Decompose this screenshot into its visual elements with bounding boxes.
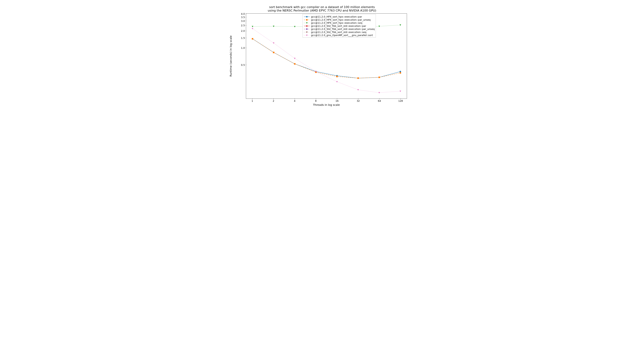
- legend-label: gcc@11.2.0_HPX_sort_hpx::execution::seq: [311, 21, 362, 24]
- series-marker: [252, 28, 253, 29]
- series-marker: [378, 77, 380, 78]
- svg-point-6: [306, 25, 308, 27]
- series-line: [252, 39, 400, 78]
- chart-title: sort benchmark with gcc compiler on a da…: [221, 5, 422, 12]
- y-tick: 1.5: [237, 36, 245, 39]
- legend-item: gcc@11.2.0_Std_Tbb_sort_std::execution::…: [304, 28, 374, 30]
- series-marker: [378, 26, 380, 27]
- legend-sample: [304, 22, 310, 24]
- x-tick: 64: [378, 99, 381, 102]
- x-tick: 16: [336, 99, 338, 102]
- series-marker: [336, 76, 338, 77]
- svg-point-1: [306, 16, 308, 17]
- legend-label: gcc@11.2.0_Std_Tbb_sort_std::execution::…: [311, 31, 366, 33]
- series-marker: [358, 77, 359, 79]
- series-marker: [273, 52, 274, 53]
- svg-rect-3: [306, 19, 308, 20]
- series-marker: [358, 89, 359, 90]
- legend-item: gcc@11.2.0_HPX_sort_hpx::execution::par_…: [304, 18, 374, 21]
- series-marker: [400, 24, 401, 26]
- x-tick: 4: [294, 99, 295, 102]
- series-marker: [294, 63, 296, 64]
- legend-sample: [304, 28, 310, 30]
- y-tick: 4.0: [237, 12, 245, 15]
- legend-sample: [304, 31, 310, 33]
- y-tick: 1.0: [237, 46, 245, 49]
- x-tick: 128: [398, 99, 403, 102]
- y-tick: 2.5: [237, 24, 245, 27]
- series-line: [252, 28, 400, 93]
- svg-rect-8: [306, 28, 308, 30]
- y-tick: 0.5: [237, 63, 245, 66]
- y-tick: 3.0: [237, 19, 245, 22]
- legend-label: gcc@11.2.0_HPX_sort_hpx::execution::par: [311, 15, 362, 18]
- legend-label: gcc@11.2.0_gnu_OpenMP_sort___gnu_paralle…: [311, 34, 373, 37]
- legend-sample: [304, 34, 310, 36]
- series-marker: [400, 72, 401, 73]
- y-tick: 2.0: [237, 29, 245, 32]
- legend-label: gcc@11.2.0_Std_Tbb_sort_std::execution::…: [311, 28, 374, 30]
- y-axis-label: Runtime (seconds) in log scale: [229, 35, 232, 77]
- chart-container: sort benchmark with gcc compiler on a da…: [221, 0, 422, 113]
- series-marker: [400, 91, 401, 92]
- x-tick: 32: [356, 99, 360, 102]
- series-marker: [252, 38, 253, 39]
- legend-item: gcc@11.2.0_gnu_OpenMP_sort___gnu_paralle…: [304, 34, 374, 37]
- legend-sample: [304, 19, 310, 21]
- series-marker: [252, 26, 253, 27]
- legend-item: gcc@11.2.0_HPX_sort_hpx::execution::par: [304, 15, 374, 18]
- series-marker: [400, 71, 401, 72]
- x-tick: 8: [315, 99, 316, 102]
- legend: gcc@11.2.0_HPX_sort_hpx::execution::parg…: [302, 14, 376, 37]
- legend-label: gcc@11.2.0_Std_Tbb_sort_std::execution::…: [311, 24, 366, 27]
- legend-sample: [304, 15, 310, 18]
- x-axis-label: Threads in log scale: [313, 103, 340, 106]
- legend-label: gcc@11.2.0_HPX_sort_hpx::execution::par_…: [311, 18, 370, 21]
- x-tick: 2: [273, 99, 274, 102]
- series-marker: [294, 58, 296, 59]
- series-marker: [336, 81, 338, 82]
- legend-item: gcc@11.2.0_HPX_sort_hpx::execution::seq: [304, 21, 374, 24]
- series-line: [252, 39, 400, 78]
- x-tick: 1: [252, 99, 253, 102]
- legend-sample: [304, 25, 310, 27]
- y-tick: 3.5: [237, 16, 245, 18]
- series-marker: [294, 26, 296, 27]
- legend-item: gcc@11.2.0_Std_Tbb_sort_std::execution::…: [304, 31, 374, 33]
- legend-item: gcc@11.2.0_Std_Tbb_sort_std::execution::…: [304, 24, 374, 27]
